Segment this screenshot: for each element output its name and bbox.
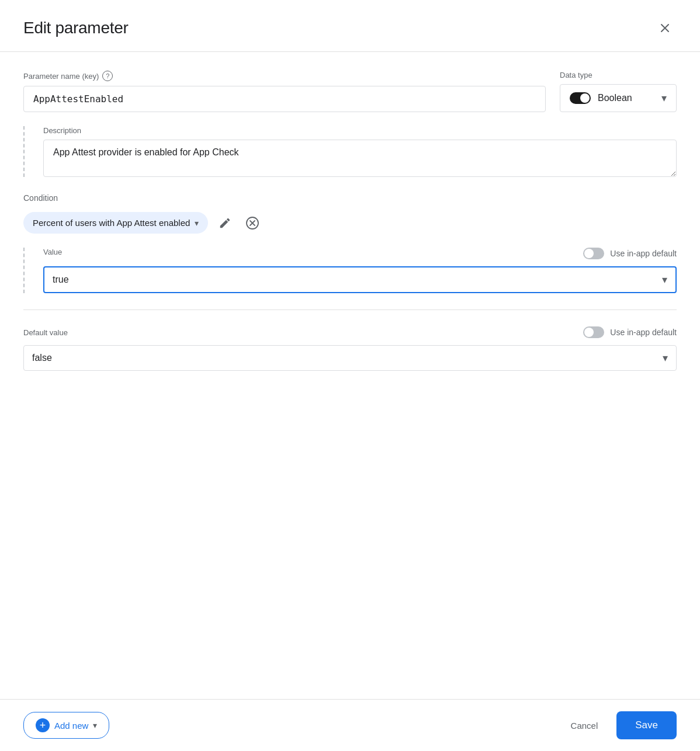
dialog-title: Edit parameter bbox=[23, 19, 128, 37]
add-icon: + bbox=[36, 718, 50, 732]
remove-condition-button[interactable] bbox=[242, 213, 263, 234]
param-name-input[interactable] bbox=[23, 86, 546, 112]
description-label: Description bbox=[43, 126, 677, 135]
param-name-label: Parameter name (key) ? bbox=[23, 71, 546, 81]
use-default-row: Use in-app default bbox=[583, 248, 677, 259]
use-inapp-default-toggle[interactable] bbox=[583, 248, 604, 259]
boolean-toggle-icon bbox=[570, 92, 591, 104]
dialog-header: Edit parameter bbox=[0, 0, 700, 52]
edit-parameter-dialog: Edit parameter Parameter name (key) ? Da… bbox=[0, 0, 700, 751]
value-label: Value bbox=[43, 248, 62, 256]
condition-chip[interactable]: Percent of users with App Attest enabled… bbox=[23, 212, 208, 234]
dialog-footer: + Add new ▾ Cancel Save bbox=[0, 699, 700, 751]
help-icon[interactable]: ? bbox=[102, 71, 113, 81]
value-select[interactable]: true ▾ bbox=[43, 266, 677, 293]
add-new-arrow-icon: ▾ bbox=[93, 721, 97, 730]
default-use-default-label: Use in-app default bbox=[610, 328, 677, 337]
default-value-select[interactable]: false ▾ bbox=[23, 345, 677, 371]
dialog-body: Parameter name (key) ? Data type Boolean… bbox=[0, 52, 700, 699]
value-row: Value Use in-app default bbox=[43, 248, 677, 259]
value-section: Value Use in-app default true ▾ bbox=[23, 248, 677, 293]
cancel-button[interactable]: Cancel bbox=[562, 715, 608, 736]
add-new-button[interactable]: + Add new ▾ bbox=[23, 712, 109, 739]
param-name-row: Parameter name (key) ? Data type Boolean… bbox=[23, 71, 677, 112]
edit-condition-button[interactable] bbox=[215, 213, 235, 233]
footer-actions: Cancel Save bbox=[562, 711, 677, 739]
default-value-arrow-icon: ▾ bbox=[663, 352, 668, 364]
save-button[interactable]: Save bbox=[616, 711, 677, 739]
data-type-chevron-icon: ▾ bbox=[661, 92, 667, 105]
data-type-select[interactable]: Boolean ▾ bbox=[560, 84, 677, 112]
default-use-inapp-toggle[interactable] bbox=[583, 326, 604, 338]
section-divider bbox=[23, 310, 677, 310]
default-value-header: Default value Use in-app default bbox=[23, 326, 677, 338]
condition-label: Condition bbox=[23, 193, 677, 203]
value-select-text: true bbox=[53, 274, 657, 285]
param-name-group: Parameter name (key) ? bbox=[23, 71, 546, 112]
data-type-group: Data type Boolean ▾ bbox=[560, 71, 677, 112]
x-circle-icon bbox=[245, 216, 259, 230]
data-type-label: Data type bbox=[560, 71, 677, 79]
default-value-label: Default value bbox=[23, 328, 68, 337]
use-default-label: Use in-app default bbox=[610, 249, 677, 258]
condition-chip-arrow-icon: ▾ bbox=[195, 218, 199, 228]
description-section: Description App Attest provider is enabl… bbox=[23, 126, 677, 177]
pencil-icon bbox=[219, 217, 231, 230]
default-value-section: Default value Use in-app default false ▾ bbox=[23, 326, 677, 371]
data-type-value: Boolean bbox=[598, 93, 654, 103]
close-icon bbox=[658, 21, 672, 35]
default-use-default-row: Use in-app default bbox=[583, 326, 677, 338]
condition-chip-text: Percent of users with App Attest enabled bbox=[33, 218, 190, 228]
description-textarea[interactable]: App Attest provider is enabled for App C… bbox=[43, 140, 677, 177]
close-button[interactable] bbox=[653, 16, 677, 40]
condition-section: Condition Percent of users with App Atte… bbox=[23, 193, 677, 293]
add-new-label: Add new bbox=[54, 721, 88, 731]
value-select-arrow-icon: ▾ bbox=[662, 273, 667, 286]
description-group: Description App Attest provider is enabl… bbox=[43, 126, 677, 177]
default-value-select-text: false bbox=[32, 353, 658, 363]
condition-row: Percent of users with App Attest enabled… bbox=[23, 212, 677, 234]
